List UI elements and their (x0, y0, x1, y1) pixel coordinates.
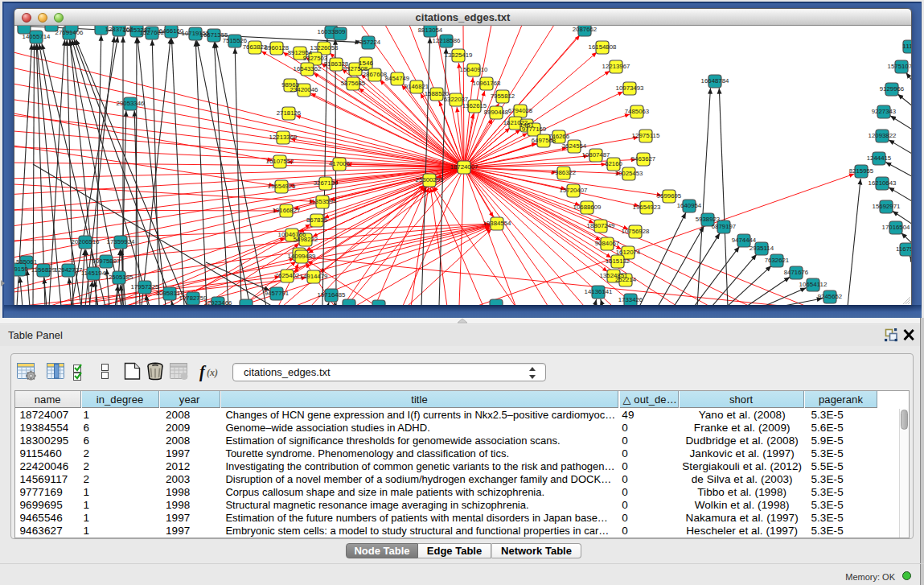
svg-text:39159: 39159 (14, 266, 28, 272)
svg-text:8813054: 8813054 (418, 27, 443, 33)
svg-text:6466160: 6466160 (159, 28, 184, 34)
svg-text:535061: 535061 (16, 259, 38, 265)
svg-text:1546: 1546 (359, 60, 374, 66)
svg-text:12942737: 12942737 (55, 267, 83, 273)
svg-text:15720407: 15720407 (560, 187, 588, 193)
svg-text:116753: 116753 (896, 246, 911, 252)
svg-text:90975887: 90975887 (92, 258, 121, 264)
svg-text:6794028: 6794028 (508, 108, 533, 113)
svg-text:f: f (199, 363, 207, 381)
svg-text:9327508: 9327508 (343, 66, 368, 72)
svg-text:13226058: 13226058 (310, 45, 339, 51)
svg-text:7986322: 7986322 (552, 170, 577, 175)
svg-text:(x): (x) (207, 367, 218, 378)
svg-text:18724007: 18724007 (450, 164, 478, 170)
svg-text:25300295: 25300295 (416, 177, 444, 183)
svg-text:19384554: 19384554 (483, 220, 511, 226)
svg-text:6497568: 6497568 (532, 138, 556, 143)
svg-text:9463627: 9463627 (631, 156, 656, 162)
svg-text:2087662: 2087662 (573, 27, 598, 32)
svg-text:7955812: 7955812 (491, 93, 515, 99)
svg-text:9777169: 9777169 (522, 126, 547, 132)
svg-text:6879197: 6879197 (712, 224, 737, 229)
svg-text:8960128: 8960128 (265, 45, 290, 51)
svg-text:8990448: 8990448 (484, 109, 509, 115)
svg-text:10756928: 10756928 (622, 229, 650, 234)
svg-text:20206516: 20206516 (72, 239, 100, 245)
svg-text:14136141: 14136141 (585, 289, 613, 295)
svg-text:12505185: 12505185 (105, 274, 133, 280)
svg-text:8454749: 8454749 (385, 76, 410, 81)
svg-text:15751074: 15751074 (888, 64, 911, 69)
svg-text:15640910: 15640910 (460, 67, 488, 72)
svg-text:19654923: 19654923 (633, 204, 661, 210)
svg-text:10688609: 10688609 (573, 204, 602, 210)
svg-text:1615132: 1615132 (606, 258, 630, 264)
svg-text:6322037: 6322037 (444, 97, 469, 102)
svg-text:16154808: 16154808 (589, 44, 617, 50)
svg-text:10973493: 10973493 (616, 85, 644, 91)
svg-text:10961768: 10961768 (473, 80, 501, 86)
svg-text:5875685: 5875685 (341, 80, 366, 86)
svg-text:1733426: 1733426 (618, 297, 643, 303)
svg-text:15692971: 15692971 (873, 204, 901, 209)
svg-text:3267130: 3267130 (314, 180, 339, 186)
svg-text:12093822: 12093822 (869, 133, 897, 138)
svg-text:417006: 417006 (329, 161, 351, 167)
svg-text:1244415: 1244415 (867, 155, 892, 161)
svg-text:1362615: 1362615 (462, 103, 487, 109)
svg-text:1612074: 1612074 (616, 249, 641, 255)
svg-text:1588520: 1588520 (425, 91, 450, 97)
svg-text:7515526: 7515526 (223, 38, 248, 43)
svg-text:9457791: 9457791 (265, 290, 290, 296)
svg-text:17359924: 17359924 (107, 239, 135, 245)
svg-text:23420046: 23420046 (290, 87, 318, 93)
svg-text:17957225: 17957225 (131, 284, 159, 290)
svg-text:16671355: 16671355 (200, 32, 228, 38)
svg-text:16107552: 16107552 (266, 159, 294, 164)
svg-text:11353594: 11353594 (309, 199, 337, 204)
svg-text:9699695: 9699695 (657, 193, 682, 199)
svg-text:7485063: 7485063 (625, 109, 650, 114)
svg-text:8471676: 8471676 (784, 270, 809, 275)
svg-text:9084067: 9084067 (595, 241, 620, 246)
svg-text:8912954: 8912954 (288, 50, 313, 56)
svg-text:7625402: 7625402 (275, 273, 300, 278)
svg-text:18807249: 18807249 (587, 223, 615, 229)
svg-text:1640954: 1640954 (677, 203, 702, 208)
svg-text:2867608: 2867608 (363, 72, 388, 77)
svg-text:16033809: 16033809 (318, 29, 346, 35)
svg-text:1156829: 1156829 (31, 267, 56, 273)
svg-text:7357224: 7357224 (356, 39, 381, 45)
svg-text:10654112: 10654112 (799, 282, 827, 287)
svg-text:9474444: 9474444 (732, 237, 757, 243)
svg-text:17016504: 17016504 (882, 225, 910, 230)
svg-text:5938923: 5938923 (696, 216, 721, 222)
svg-text:16210643: 16210643 (869, 180, 897, 186)
svg-text:10807487: 10807487 (582, 152, 610, 158)
svg-text:29053346: 29053346 (117, 101, 145, 106)
svg-text:15716485: 15716485 (318, 292, 346, 298)
svg-text:16543362: 16543362 (294, 66, 322, 72)
svg-text:5498222: 5498222 (294, 237, 318, 242)
svg-text:27691406: 27691406 (55, 30, 84, 35)
svg-text:9146821: 9146821 (405, 84, 429, 89)
svg-text:9227343: 9227343 (872, 109, 897, 114)
svg-text:9129966: 9129966 (880, 86, 905, 92)
svg-text:14914479: 14914479 (300, 274, 328, 279)
svg-text:2935114: 2935114 (749, 245, 774, 251)
svg-text:252214: 252214 (615, 277, 637, 282)
svg-text:3624554: 3624554 (562, 143, 587, 149)
svg-text:19654925: 19654925 (268, 183, 296, 189)
svg-text:12218586: 12218586 (433, 38, 461, 43)
svg-text:1145194: 1145194 (81, 270, 106, 276)
svg-text:9245652: 9245652 (818, 294, 843, 299)
svg-text:7632621: 7632621 (765, 257, 790, 263)
svg-text:12213369: 12213369 (269, 134, 298, 140)
svg-text:12975115: 12975115 (632, 133, 660, 138)
svg-text:19166827: 19166827 (273, 208, 301, 213)
svg-text:8215955: 8215955 (849, 168, 874, 174)
svg-text:62160: 62160 (605, 161, 622, 167)
svg-text:13325419: 13325419 (445, 52, 473, 58)
svg-text:12213967: 12213967 (602, 64, 630, 69)
